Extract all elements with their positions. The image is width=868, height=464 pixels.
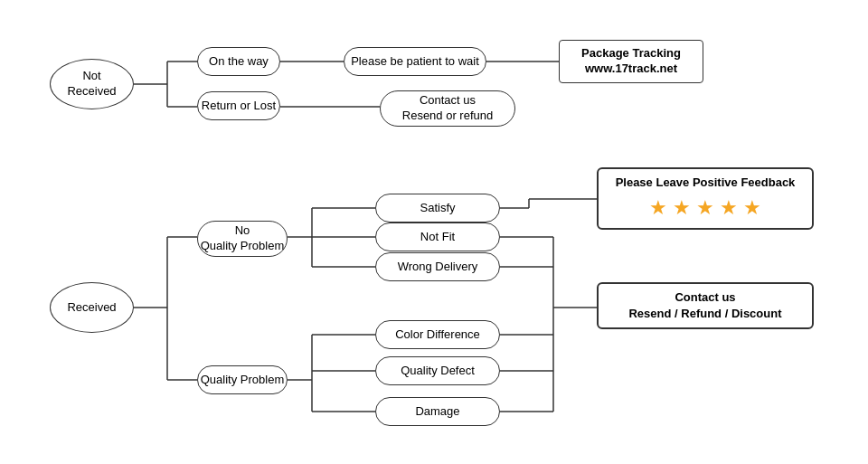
contact-resend-refund-node: Contact us Resend or refund <box>380 90 515 127</box>
received-node: Received <box>50 282 134 333</box>
not-received-node: Not Received <box>50 59 134 109</box>
no-quality-problem-node: No Quality Problem <box>197 221 288 257</box>
not-fit-node: Not Fit <box>375 223 500 251</box>
package-tracking-node: Package Tracking www.17track.net <box>559 40 703 83</box>
wrong-delivery-node: Wrong Delivery <box>375 252 500 281</box>
feedback-text: Please Leave Positive Feedback <box>608 175 803 191</box>
damage-node: Damage <box>375 397 500 426</box>
stars-display: ★ ★ ★ ★ ★ <box>608 194 803 223</box>
quality-defect-node: Quality Defect <box>375 356 500 385</box>
satisfy-node: Satisfy <box>375 194 500 223</box>
color-difference-node: Color Difference <box>375 320 500 349</box>
return-or-lost-node: Return or Lost <box>197 91 280 120</box>
on-the-way-node: On the way <box>197 47 280 76</box>
contact-discount-text: Contact us Resend / Refund / Discount <box>608 289 803 322</box>
quality-problem-node: Quality Problem <box>197 365 288 394</box>
contact-discount-box: Contact us Resend / Refund / Discount <box>597 282 814 329</box>
please-patient-node: Please be patient to wait <box>344 47 486 76</box>
feedback-box: Please Leave Positive Feedback ★ ★ ★ ★ ★ <box>597 167 814 230</box>
